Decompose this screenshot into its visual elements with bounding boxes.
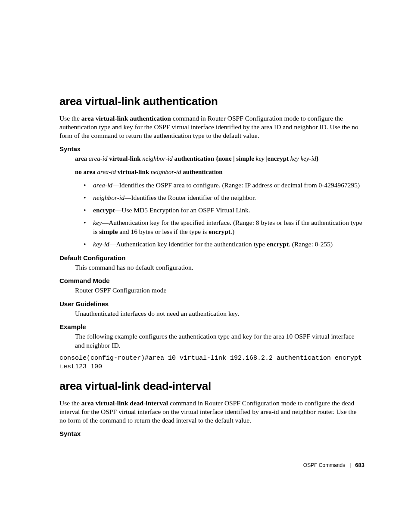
list-item: neighbor-id—Identifies the Router identi… [84, 193, 364, 202]
arg: key key-id [290, 155, 316, 162]
list-item: area-id—Identifies the OSPF area to conf… [84, 181, 364, 190]
page-number: 683 [355, 462, 364, 468]
section-title-authentication: area virtual-link authentication [59, 95, 364, 108]
kw: virtual-link [107, 155, 142, 162]
arg: key-id [93, 240, 109, 248]
text: —Identifies the OSPF area to configure. … [112, 181, 360, 189]
text: Use MD5 Encryption for an OSPF Virtual L… [121, 206, 250, 214]
user-guidelines-heading: User Guidelines [59, 300, 364, 308]
footer-section: OSPF Commands [303, 462, 345, 468]
kw: simple [99, 228, 118, 235]
kw: encrypt [209, 228, 230, 235]
syntax-line-1: area area-id virtual-link neighbor-id au… [75, 154, 364, 163]
syntax-heading-2: Syntax [59, 430, 364, 437]
command-mode-heading: Command Mode [59, 277, 364, 284]
section-title-dead-interval: area virtual-link dead-interval [59, 380, 364, 393]
footer-separator: | [349, 462, 351, 468]
kw: authentication [181, 168, 222, 175]
text: Use the [59, 399, 81, 407]
syntax-heading: Syntax [59, 145, 364, 152]
kw: } [316, 155, 319, 162]
default-config-heading: Default Configuration [59, 254, 364, 261]
text: —Authentication key identifier for the a… [109, 240, 267, 248]
command-mode-text: Router OSPF Configuration mode [75, 286, 364, 295]
kw: virtual-link [116, 168, 151, 175]
user-guidelines-text: Unauthenticated interfaces do not need a… [75, 309, 364, 318]
arg: neighbor-id [151, 168, 181, 175]
arg: key [256, 155, 265, 162]
page: area virtual-link authentication Use the… [0, 0, 411, 532]
arg: neighbor-id [93, 194, 125, 201]
command-bold: area virtual-link authentication [81, 115, 171, 122]
kw: authentication {none | simple [173, 155, 256, 162]
text: and 16 bytes or less if the type is [118, 228, 209, 235]
console-output: console(config-router)#area 10 virtual-l… [59, 354, 364, 372]
intro-paragraph-2: Use the area virtual-link dead-interval … [59, 399, 364, 425]
text: —Identifies the Router identifier of the… [125, 194, 256, 201]
list-item: key-id—Authentication key identifier for… [84, 240, 364, 249]
arg: area-id [97, 168, 116, 175]
text: Use the [59, 115, 81, 122]
kw: no area [75, 168, 97, 175]
intro-paragraph: Use the area virtual-link authentication… [59, 114, 364, 140]
page-footer: OSPF Commands|683 [303, 462, 364, 468]
kw: encrypt— [93, 206, 121, 214]
arg: area-id [89, 155, 108, 162]
kw: |encrypt [265, 155, 290, 162]
syntax-line-2: no area area-id virtual-link neighbor-id… [75, 168, 364, 177]
command-bold: area virtual-link dead-interval [81, 399, 168, 407]
list-item: key—Authentication key for the specified… [84, 218, 364, 236]
example-heading: Example [59, 323, 364, 330]
arg: area-id [93, 181, 112, 189]
text: . (Range: 0-255) [289, 240, 333, 248]
example-text: The following example configures the aut… [75, 332, 364, 350]
kw: area [75, 155, 89, 162]
default-config-text: This command has no default configuratio… [75, 263, 364, 272]
list-item: encrypt—Use MD5 Encryption for an OSPF V… [84, 206, 364, 215]
kw: encrypt [267, 240, 289, 248]
arg: neighbor-id [142, 155, 173, 162]
arg: key [93, 219, 102, 226]
text: .) [230, 228, 234, 235]
parameter-list: area-id—Identifies the OSPF area to conf… [84, 181, 364, 249]
